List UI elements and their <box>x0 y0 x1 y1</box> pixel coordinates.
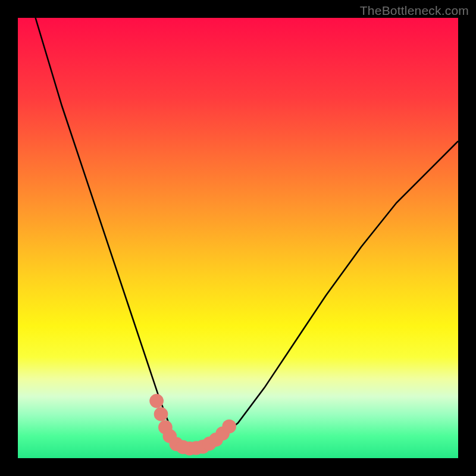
curve-markers <box>149 394 236 456</box>
curve-layer <box>18 18 458 458</box>
watermark-text: TheBottleneck.com <box>360 4 469 18</box>
chart-frame: TheBottleneck.com <box>0 0 476 476</box>
curve-marker <box>154 407 168 421</box>
bottleneck-curve <box>36 18 458 449</box>
curve-marker <box>222 419 236 434</box>
curve-marker <box>149 394 164 408</box>
plot-area <box>18 18 458 458</box>
